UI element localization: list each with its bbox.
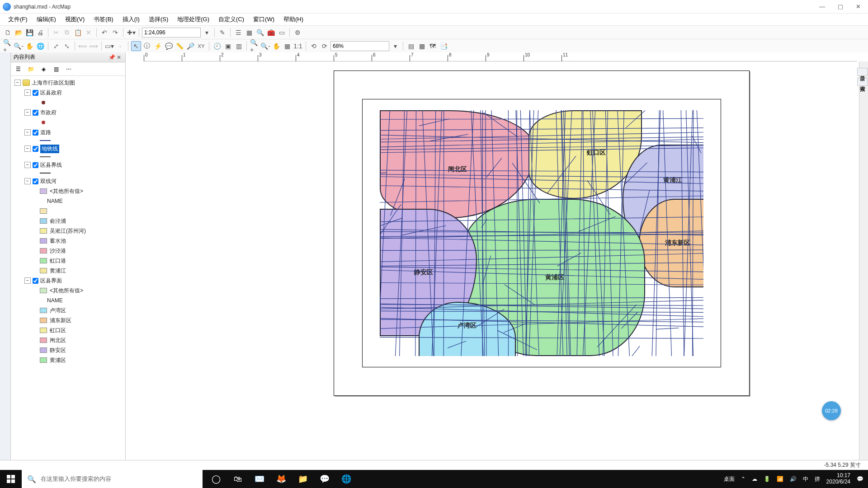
collapse-icon[interactable]: − (24, 129, 31, 136)
legend-item[interactable]: 沙泾港 (11, 246, 125, 256)
mail-icon[interactable]: ✉️ (250, 470, 269, 488)
python-window-icon[interactable]: ▭ (277, 28, 287, 38)
collapse-icon[interactable]: − (24, 277, 31, 284)
legend-item[interactable]: 浦东新区 (11, 315, 125, 325)
identify-icon[interactable]: ⓘ (142, 41, 152, 51)
search-tab[interactable]: 搜索 (857, 78, 868, 86)
full-extent-icon[interactable]: 🌐 (35, 41, 45, 51)
legend-item[interactable]: 闸北区 (11, 335, 125, 345)
data-frame[interactable]: 闸北区 虹口区 黄浦江 浦东新区 黄浦区 静安区 卢湾区 (362, 99, 721, 367)
layer-checkbox[interactable] (33, 130, 38, 136)
menu-file[interactable]: 文件(F) (4, 14, 32, 24)
layout-view-canvas[interactable]: 01234567891011 闸北区 虹口区 黄浦江 浦东新区 黄浦区 静安区 … (126, 52, 868, 470)
volume-icon[interactable]: 🔊 (790, 476, 797, 482)
layer-rivers[interactable]: − 双线河 (11, 176, 125, 186)
go-back-page-icon[interactable]: ⟲ (309, 41, 319, 51)
model-builder-icon[interactable]: ⚙ (292, 28, 302, 38)
maximize-button[interactable]: ▢ (838, 3, 843, 10)
layout-zoom-input[interactable] (330, 41, 389, 51)
legend-item[interactable]: 黄浦区 (11, 355, 125, 365)
file-explorer-icon[interactable]: 📁 (294, 470, 312, 488)
menu-edit[interactable]: 编辑(E) (32, 14, 61, 24)
legend-item[interactable]: 黄浦江 (11, 266, 125, 276)
zoom-out-icon[interactable]: 🔍- (14, 41, 24, 51)
collapse-icon[interactable]: − (24, 145, 31, 152)
zoom-whole-page-icon[interactable]: ▦ (282, 41, 292, 51)
add-data-icon[interactable]: ✚▾ (126, 28, 136, 38)
fixed-zoom-out-icon[interactable]: ⤡ (62, 41, 72, 51)
map-display[interactable]: 闸北区 虹口区 黄浦江 浦东新区 黄浦区 静安区 卢湾区 (380, 110, 703, 356)
ime-mode-icon[interactable]: 拼 (815, 475, 820, 483)
legend-item[interactable]: 虹口港 (11, 256, 125, 266)
list-by-drawing-order-icon[interactable]: ☰ (13, 64, 24, 75)
editor-toolbar-icon[interactable]: ✎ (217, 28, 227, 38)
menu-help[interactable]: 帮助(H) (279, 14, 308, 24)
menu-geoprocessing[interactable]: 地理处理(G) (173, 14, 214, 24)
list-by-selection-icon[interactable]: ▥ (51, 64, 61, 75)
arcmap-task-icon[interactable]: 🌐 (337, 470, 355, 488)
layer-checkbox[interactable] (33, 178, 38, 184)
legend-item[interactable]: 卢湾区 (11, 305, 125, 315)
pan-icon[interactable]: ✋ (24, 41, 34, 51)
layer-metro[interactable]: − 地铁线 (11, 144, 125, 154)
redo-icon[interactable]: ↷ (110, 28, 120, 38)
collapse-icon[interactable]: − (24, 89, 31, 96)
collapse-icon[interactable]: − (24, 178, 31, 184)
zoom-in-icon[interactable]: 🔍+ (3, 41, 13, 51)
close-panel-icon[interactable]: ✕ (115, 54, 123, 61)
select-features-icon[interactable]: ▭▾ (104, 41, 114, 51)
options-icon[interactable]: ⋯ (63, 64, 74, 75)
legend-item[interactable]: 吴淞江(苏州河) (11, 226, 125, 236)
layer-checkbox[interactable] (33, 146, 38, 152)
catalog-window-icon[interactable]: ▦ (244, 28, 254, 38)
toggle-draft-icon[interactable]: ▤ (406, 41, 416, 51)
action-center-icon[interactable]: 💬 (857, 476, 863, 482)
data-driven-pages-icon[interactable]: 📑 (439, 41, 448, 51)
focus-data-frame-icon[interactable]: ▩ (417, 41, 427, 51)
firefox-icon[interactable]: 🦊 (272, 470, 290, 488)
legend-item[interactable]: 俞泾浦 (11, 216, 125, 226)
menu-selection[interactable]: 选择(S) (144, 14, 173, 24)
tray-chevron-icon[interactable]: ⌃ (741, 476, 745, 482)
viewer-window-icon[interactable]: ▥ (234, 41, 244, 51)
print-icon[interactable]: 🖨 (35, 28, 45, 38)
fixed-zoom-in-icon[interactable]: ⤢ (51, 41, 61, 51)
change-layout-icon[interactable]: 🗺 (428, 41, 438, 51)
time-slider-icon[interactable]: 🕘 (212, 41, 222, 51)
list-by-visibility-icon[interactable]: ◈ (38, 64, 49, 75)
search-window-icon[interactable]: 🔍 (255, 28, 265, 38)
layout-pan-icon[interactable]: ✋ (271, 41, 281, 51)
vertical-scrollbar[interactable] (859, 61, 868, 461)
taskbar-search[interactable]: 🔍 在这里输入你要搜索的内容 (22, 470, 203, 488)
battery-icon[interactable]: 🔋 (764, 476, 770, 482)
arc-toolbox-icon[interactable]: 🧰 (266, 28, 276, 38)
layout-zoom-in-icon[interactable]: 🔍+ (250, 41, 259, 51)
pin-icon[interactable]: 📌 (108, 54, 115, 61)
layer-districts[interactable]: − 区县界面 (11, 276, 125, 286)
scale-dropdown-icon[interactable]: ▾ (202, 28, 212, 38)
close-button[interactable]: ✕ (856, 3, 861, 10)
zoom-100-icon[interactable]: 1:1 (293, 41, 303, 51)
save-icon[interactable]: 💾 (24, 28, 34, 38)
minimize-button[interactable]: — (819, 3, 825, 10)
toc-title-bar[interactable]: 内容列表 📌 ✕ (11, 52, 125, 62)
create-viewer-icon[interactable]: ▣ (223, 41, 233, 51)
system-clock[interactable]: 10:17 2020/6/24 (826, 473, 850, 485)
task-view-icon[interactable]: ◯ (207, 470, 225, 488)
menu-insert[interactable]: 插入(I) (118, 14, 144, 24)
find-icon[interactable]: 🔎 (185, 41, 195, 51)
onedrive-icon[interactable]: ☁ (752, 476, 757, 482)
start-button[interactable] (0, 470, 22, 488)
legend-item[interactable]: 虹口区 (11, 325, 125, 335)
layer-roads[interactable]: − 道路 (11, 127, 125, 137)
legend-item[interactable]: 静安区 (11, 345, 125, 355)
toc-icon[interactable]: ☰ (233, 28, 243, 38)
scale-input[interactable] (142, 28, 201, 38)
collapse-icon[interactable]: − (24, 162, 31, 168)
layout-zoom-dropdown-icon[interactable]: ▾ (390, 41, 400, 51)
toc-dataframe-node[interactable]: − 上海市行政区划图 (11, 78, 125, 88)
wifi-icon[interactable]: 📶 (777, 476, 783, 482)
layer-city-gov[interactable]: − 市政府 (11, 108, 125, 117)
layer-checkbox[interactable] (33, 110, 38, 116)
layout-page[interactable]: 闸北区 虹口区 黄浦江 浦东新区 黄浦区 静安区 卢湾区 (334, 70, 750, 396)
